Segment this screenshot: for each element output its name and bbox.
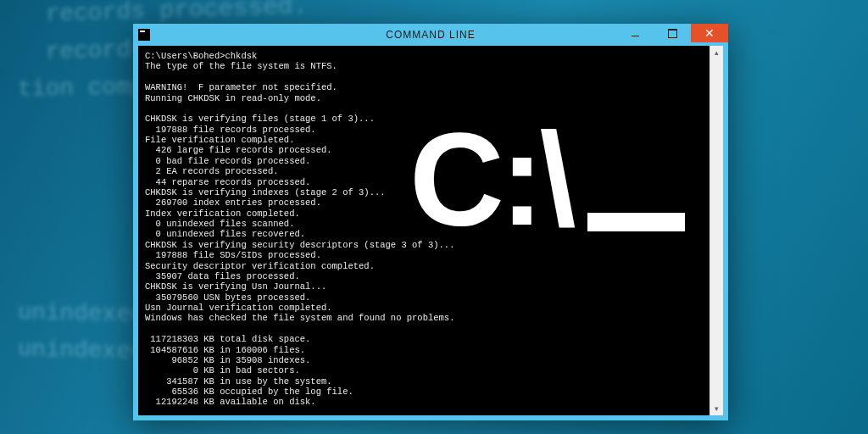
scroll-up-button[interactable]: ▴ — [710, 46, 723, 59]
scroll-down-button[interactable]: ▾ — [710, 402, 723, 415]
maximize-button[interactable] — [654, 24, 691, 42]
minimize-button[interactable] — [616, 24, 654, 42]
scroll-track[interactable] — [710, 59, 723, 402]
terminal-output[interactable]: C:\Users\Bohed>chkdsk The type of the fi… — [138, 46, 709, 415]
window-controls: ✕ — [616, 24, 728, 42]
command-line-window: COMMAND LINE ✕ C:\Users\Bohed>chkdsk The… — [133, 24, 728, 420]
terminal-icon — [138, 29, 150, 41]
titlebar[interactable]: COMMAND LINE ✕ — [133, 24, 728, 46]
client-area: C:\Users\Bohed>chkdsk The type of the fi… — [138, 46, 723, 415]
scrollbar[interactable]: ▴ ▾ — [709, 46, 723, 415]
close-button[interactable]: ✕ — [691, 24, 728, 42]
